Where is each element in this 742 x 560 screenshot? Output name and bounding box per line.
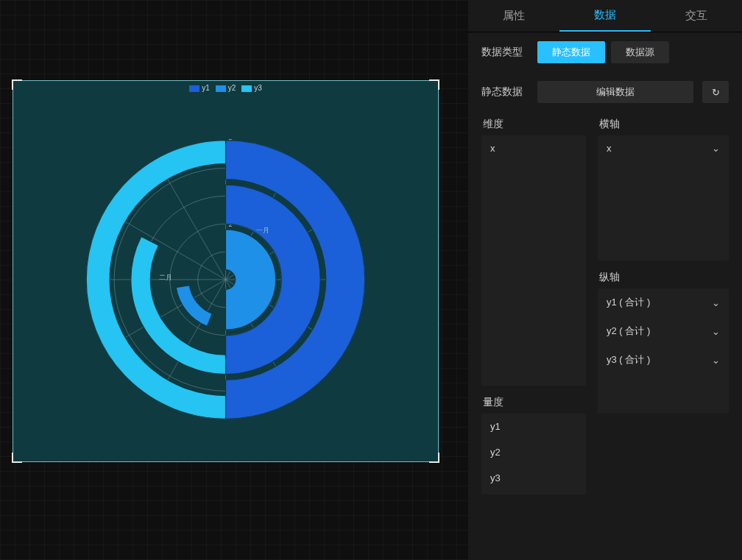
label-static-data: 静态数据: [481, 85, 529, 99]
measure-well[interactable]: y1 y2 y3: [481, 414, 586, 495]
dimension-well[interactable]: x: [481, 135, 586, 386]
label-data-type: 数据类型: [481, 46, 529, 59]
resize-handle-br[interactable]: [429, 453, 439, 463]
chevron-down-icon: ⌄: [712, 326, 720, 337]
list-item[interactable]: y2: [481, 439, 586, 465]
chart-legend: y1 y2 y3: [13, 84, 438, 92]
polar-radial-chart: 12345一月二月: [13, 81, 438, 461]
svg-text:二月: 二月: [159, 274, 172, 281]
label-y-axis: 纵轴: [598, 271, 729, 284]
x-axis-well[interactable]: x ⌄: [598, 135, 729, 260]
resize-handle-bl[interactable]: [12, 453, 22, 463]
segmented-data-type: 静态数据 数据源: [537, 41, 669, 63]
dropdown-y1[interactable]: y1 ( 合计 ) ⌄: [598, 288, 729, 316]
list-item[interactable]: y3: [481, 465, 586, 491]
y-axis-well[interactable]: y1 ( 合计 ) ⌄ y2 ( 合计 ) ⌄ y3 ( 合计 ) ⌄: [598, 288, 729, 414]
seg-static-data[interactable]: 静态数据: [537, 41, 605, 63]
chevron-down-icon: ⌄: [712, 355, 720, 366]
side-panel: 属性 数据 交互 数据类型 静态数据 数据源 静态数据 编辑数据 ↻ 维度 x …: [468, 0, 742, 560]
row-static-data: 静态数据 编辑数据 ↻: [468, 72, 742, 112]
legend-item: y2: [216, 84, 236, 92]
list-item[interactable]: x: [481, 135, 586, 161]
dropdown-y3[interactable]: y3 ( 合计 ) ⌄: [598, 345, 729, 374]
seg-data-source[interactable]: 数据源: [611, 41, 669, 63]
dropdown-y2[interactable]: y2 ( 合计 ) ⌄: [598, 316, 729, 345]
label-x-axis: 横轴: [598, 118, 729, 131]
tab-data[interactable]: 数据: [559, 0, 651, 32]
label-dimension: 维度: [481, 118, 586, 131]
tab-interact[interactable]: 交互: [651, 0, 742, 32]
legend-item: y3: [241, 84, 262, 92]
svg-text:一月: 一月: [256, 227, 269, 234]
canvas-area[interactable]: y1 y2 y3 12345一月二月: [0, 0, 468, 560]
tab-attributes[interactable]: 属性: [468, 0, 559, 32]
list-item[interactable]: y1: [481, 414, 586, 439]
label-measure: 量度: [481, 396, 586, 409]
panel-tabs: 属性 数据 交互: [468, 0, 742, 32]
row-data-type: 数据类型 静态数据 数据源: [468, 32, 742, 72]
edit-data-button[interactable]: 编辑数据: [537, 81, 693, 103]
refresh-button[interactable]: ↻: [702, 81, 729, 103]
legend-item: y1: [189, 84, 210, 92]
chevron-down-icon: ⌄: [712, 297, 720, 308]
chart-frame[interactable]: y1 y2 y3 12345一月二月: [13, 80, 439, 462]
dropdown-x[interactable]: x ⌄: [598, 135, 729, 161]
chevron-down-icon: ⌄: [712, 143, 720, 154]
refresh-icon: ↻: [712, 87, 720, 98]
